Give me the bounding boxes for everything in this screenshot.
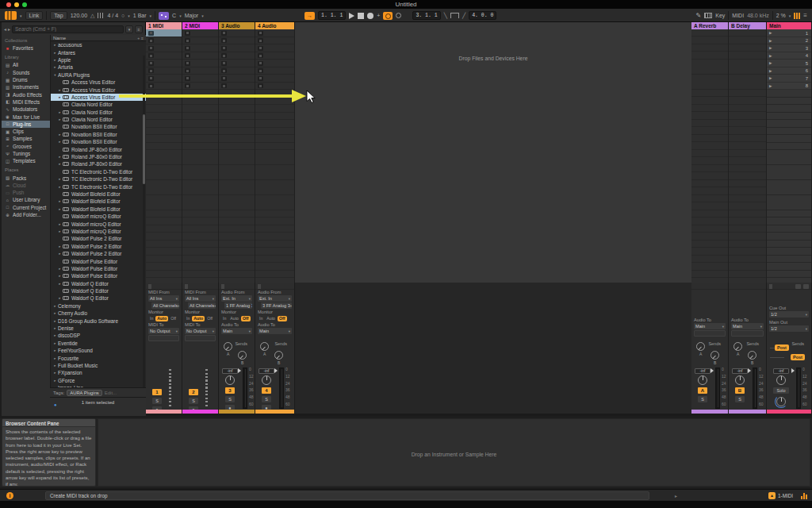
browser-list-item[interactable]: Waldorf microQ Editor [51,213,146,220]
level-meter[interactable] [279,368,284,409]
pan-knob[interactable] [262,375,271,385]
sidebar-place-item[interactable]: ▭ Push [2,189,50,196]
sidebar-library-item[interactable]: ≈ Grooves [2,143,50,150]
pan-knob[interactable] [225,375,235,385]
punch-in-icon[interactable]: ╲ [444,13,447,19]
browser-list-item[interactable]: Waldorf Blofeld Editor [51,190,146,198]
clip-stop-button[interactable] [221,76,227,81]
expand-arrow-icon[interactable]: ▸ [52,319,58,323]
browser-list-item[interactable]: ▸ Novation BSII Editor [51,138,146,145]
browser-list-item[interactable]: ▸ Waldorf Pulse Editor [51,265,146,272]
clip-slot[interactable] [146,44,182,52]
expand-arrow-icon[interactable]: ▸ [52,326,58,330]
monitor-off-button[interactable]: Off [278,316,287,321]
clip-slot[interactable] [255,67,294,75]
browser-list-item[interactable]: Waldorf Q Editor [51,287,146,294]
browser-list-item[interactable]: ▸ Waldorf Q Editor [51,280,146,287]
midi-channel-chooser[interactable]: All Channels▾ [188,302,216,309]
clip-stop-button[interactable] [258,46,263,51]
follow-button[interactable]: → [304,12,315,20]
main-solo-button[interactable]: Solo [773,387,789,394]
expand-arrow-icon[interactable]: ▸ [57,229,63,233]
loop-switch-icon[interactable] [450,13,459,18]
volume-display[interactable]: -inf [259,368,274,374]
clip-stop-button[interactable] [148,76,154,81]
level-meter[interactable] [243,368,247,409]
browser-list-item[interactable]: ▸ Waldorf Pulse 2 Editor [51,243,146,250]
midi-to-chooser[interactable]: No Output▾ [185,328,216,334]
audio-to-chooser[interactable]: Main▾ [731,323,764,329]
expand-arrow-icon[interactable]: ▸ [57,177,63,181]
sidebar-place-item[interactable]: ▧ Packs [2,174,50,181]
pan-knob[interactable] [698,375,707,385]
solo-button[interactable]: S [735,396,745,402]
sidebar-library-item[interactable]: ♪ Sounds [2,69,50,76]
volume-display[interactable]: -inf [222,368,238,374]
expand-arrow-icon[interactable]: ▸ [52,311,58,315]
volume-fader-handle[interactable] [238,368,241,373]
scene-play-icon[interactable]: ▶ [769,46,772,50]
session-drop-area[interactable]: Drop Files and Devices Here [295,22,691,283]
browser-list-item[interactable]: ▸ FeelYourSound [51,347,146,354]
audio-to-chooser[interactable]: Main▾ [694,323,726,329]
chevron-down-icon[interactable]: ▾ [128,13,130,18]
expand-arrow-icon[interactable]: ▸ [52,333,58,337]
scale-root-selector[interactable]: C [172,13,176,18]
add-column-icon[interactable]: + [137,36,140,40]
record-button[interactable] [367,13,373,19]
back-to-arrangement-icon[interactable] [795,284,801,289]
send-b-knob[interactable] [710,351,719,360]
clip-stop-button[interactable] [221,68,227,73]
device-drop-area[interactable]: Drop an Instrument or Sample Here [98,418,810,487]
expand-arrow-icon[interactable]: ▸ [57,185,63,189]
clip-slot[interactable] [219,60,255,67]
tap-tempo-button[interactable]: Tap [50,11,67,20]
audio-channel-chooser[interactable]: 1 FF Analog 1▾ [224,302,252,309]
send-a-knob[interactable] [260,342,269,351]
scene-slot[interactable]: ▶ 5 [767,60,811,67]
return-track-header-b-delay[interactable]: B Delay [729,22,767,29]
clip-slot[interactable] [255,29,294,37]
scene-slot[interactable]: ▶ 8 [767,83,811,90]
clip-stop-button[interactable] [148,53,154,58]
preview-toggle-icon[interactable]: ▸ [675,493,677,498]
expand-arrow-icon[interactable]: ▸ [57,110,63,114]
monitor-auto-button[interactable]: Auto [228,316,240,321]
midi-from-chooser[interactable]: All Ins▾ [185,295,216,302]
scene-play-icon[interactable]: ▶ [769,39,772,43]
expand-arrow-icon[interactable]: ▸ [52,371,58,375]
expand-arrow-icon[interactable]: ▸ [52,356,58,360]
browser-list-item[interactable]: ▸ D16 Group Audio Software [51,317,146,324]
browser-list-item[interactable]: ▸ GForce [51,377,146,384]
filter-toggle-icon[interactable]: ▾ [125,25,133,33]
sidebar-library-item[interactable]: ◫ Templates [2,157,50,164]
clip-slot[interactable] [219,75,255,83]
send-b-knob[interactable] [748,351,756,360]
browser-list-item[interactable]: ▸ Antares [51,48,146,56]
browser-list-item[interactable]: ▸ Apple [51,56,146,64]
browser-list-item[interactable]: ▸ Waldorf microQ Editor [51,220,146,227]
scene-play-icon[interactable]: ▶ [769,31,772,35]
clip-stop-button[interactable] [258,61,263,66]
browser-list-item[interactable]: ▸ Waldorf Pulse 2 Editor [51,250,146,257]
chevron-down-icon[interactable]: ▾ [20,13,22,18]
clip-stop-button[interactable] [148,46,154,51]
track-header-1-midi[interactable]: 1 MIDI [146,22,182,29]
menu-icon[interactable]: ≡ [803,12,807,19]
preview-icon[interactable]: ● [54,400,57,410]
expand-arrow-icon[interactable]: ▸ [57,95,63,99]
empty-slot-area[interactable] [219,90,255,283]
time-signature[interactable]: 4 / 4 [107,13,118,18]
clip-slot[interactable] [182,29,218,37]
scene-play-icon[interactable]: ▶ [769,54,772,58]
browser-list-item[interactable]: Roland JP-80x0 Editor [51,145,146,152]
clip-slot[interactable] [182,52,218,60]
scene-slot[interactable]: ▶ 2 [767,37,811,45]
midi-meter[interactable] [169,369,171,407]
browser-list-item[interactable]: ▸ Arturia [51,64,146,71]
loop-length-display[interactable]: 4. 0. 0 [469,11,496,20]
browser-scrollbar-thumb[interactable] [143,114,145,184]
monitor-in-button[interactable]: In [185,316,191,321]
scene-slot[interactable]: ▶ 7 [767,75,811,83]
expand-arrow-icon[interactable]: ▸ [57,267,63,271]
